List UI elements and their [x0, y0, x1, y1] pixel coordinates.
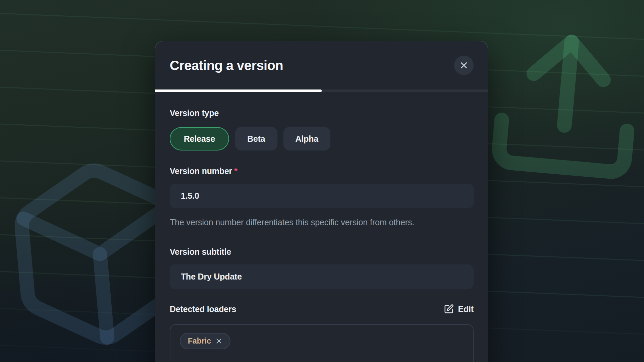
edit-loaders-button[interactable]: Edit [444, 304, 474, 314]
progress-bar [155, 89, 488, 92]
version-type-label: Version type [170, 108, 474, 118]
loader-chip-label: Fabric [188, 337, 211, 346]
remove-fabric-button[interactable] [215, 338, 222, 345]
version-number-label-text: Version number [170, 166, 232, 176]
x-icon [215, 338, 222, 345]
create-version-modal: Creating a version Version type Release … [155, 41, 488, 362]
upload-arrow-icon [475, 14, 644, 195]
version-number-input[interactable] [170, 184, 474, 208]
version-type-release-button[interactable]: Release [170, 127, 229, 150]
close-button[interactable] [454, 56, 474, 75]
version-number-label: Version number* [170, 166, 474, 176]
detected-loaders-label: Detected loaders [170, 304, 236, 314]
modal-title: Creating a version [170, 58, 283, 73]
pencil-square-icon [444, 304, 454, 314]
version-number-help: The version number differentiates this s… [170, 216, 465, 228]
version-type-options: Release Beta Alpha [170, 127, 474, 150]
version-type-alpha-button[interactable]: Alpha [283, 127, 330, 150]
version-type-beta-button[interactable]: Beta [235, 127, 277, 150]
version-subtitle-input[interactable] [170, 264, 474, 289]
modal-header: Creating a version [155, 41, 488, 89]
loader-chip-fabric: Fabric [180, 333, 230, 349]
x-icon [460, 61, 468, 70]
version-subtitle-label: Version subtitle [170, 247, 474, 257]
page-background: Creating a version Version type Release … [0, 0, 644, 362]
edit-button-label: Edit [458, 304, 474, 314]
required-asterisk: * [234, 166, 237, 176]
modal-body: Version type Release Beta Alpha Version … [155, 92, 488, 362]
detected-loaders-box: Fabric [170, 324, 474, 362]
progress-bar-fill [155, 89, 322, 92]
